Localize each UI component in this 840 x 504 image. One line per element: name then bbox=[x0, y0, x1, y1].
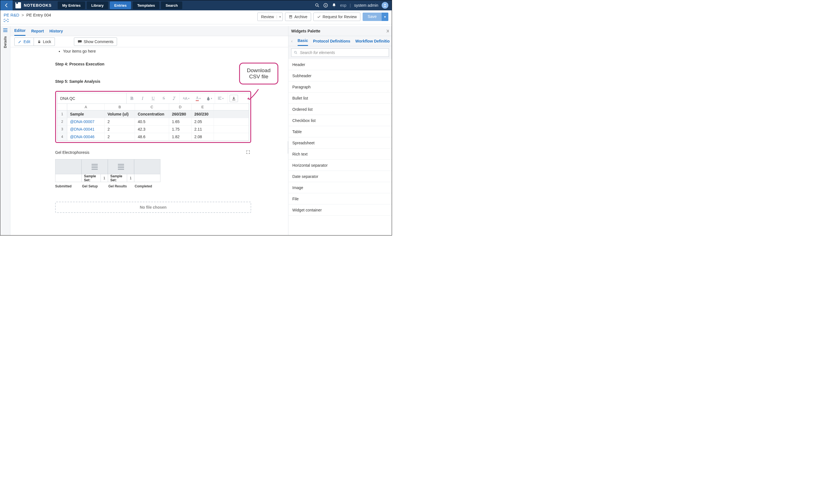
chevron-left-icon bbox=[4, 3, 9, 8]
palette-item-subheader[interactable]: Subheader bbox=[288, 70, 392, 82]
table-row: 2 @DNA-00007 2 40.5 1.65 2.05 bbox=[57, 118, 249, 126]
nav-tab-library[interactable]: Library bbox=[87, 1, 108, 9]
tab-editor[interactable]: Editor bbox=[14, 26, 25, 36]
hamburger-icon[interactable] bbox=[3, 26, 8, 34]
palette-item-date-separator[interactable]: Date separator bbox=[288, 171, 392, 182]
palette-title: Widgets Palette bbox=[291, 29, 320, 33]
clear-format-button[interactable] bbox=[169, 93, 180, 104]
help-icon[interactable]: ? bbox=[323, 3, 328, 8]
review-button[interactable]: Review ▼ bbox=[257, 13, 283, 21]
permalink-icon[interactable] bbox=[4, 18, 51, 22]
chevron-down-icon[interactable]: ▼ bbox=[382, 13, 388, 21]
palette-item-bullet-list[interactable]: Bullet list bbox=[288, 93, 392, 104]
palette-item-spreadsheet[interactable]: Spreadsheet bbox=[288, 137, 392, 148]
palette-tab-workflow[interactable]: Workflow Definitio bbox=[355, 37, 390, 46]
step-4-header: Step 4: Process Execution bbox=[55, 62, 251, 66]
app-brand: NOTEBOOKS bbox=[13, 0, 55, 10]
phase-label: Completed bbox=[135, 184, 161, 188]
details-rail-label[interactable]: Details bbox=[3, 36, 7, 48]
table-row: 4 @DNA-00046 2 48.6 1.82 2.08 bbox=[57, 133, 249, 141]
download-icon bbox=[232, 96, 236, 101]
gel-phase-completed[interactable] bbox=[134, 159, 160, 174]
breadcrumb-root[interactable]: PE R&D bbox=[4, 13, 19, 17]
gel-workflow: Sample Set: 1 Sample Set: 1 Submitted Ge… bbox=[55, 159, 251, 188]
svg-point-3 bbox=[384, 4, 386, 5]
spreadsheet-widget: DNA QC B I U S AA▾ A▾ ▾ bbox=[57, 93, 249, 141]
lock-icon bbox=[37, 40, 41, 43]
search-icon[interactable] bbox=[315, 3, 320, 8]
text-color-button[interactable]: A▾ bbox=[193, 93, 204, 104]
align-button[interactable]: ▾ bbox=[215, 93, 226, 104]
archive-icon bbox=[289, 15, 293, 19]
user-full[interactable]: system admin bbox=[354, 3, 378, 7]
bullet-item[interactable]: Your items go here bbox=[63, 49, 251, 53]
back-button[interactable] bbox=[0, 0, 13, 10]
column-letters: A B C D E bbox=[57, 104, 249, 110]
svg-rect-5 bbox=[290, 16, 292, 18]
palette-item-header[interactable]: Header bbox=[288, 59, 392, 70]
nav-tab-entries[interactable]: Entries bbox=[110, 1, 131, 9]
svg-text:?: ? bbox=[325, 4, 326, 7]
nav-tab-search[interactable]: Search bbox=[161, 1, 182, 9]
format-toolbar: B I U S AA▾ A▾ ▾ ▾ bbox=[126, 93, 238, 104]
breadcrumb-leaf: PE Entry 004 bbox=[26, 13, 51, 17]
pencil-icon bbox=[18, 40, 22, 43]
bell-icon[interactable] bbox=[331, 3, 337, 8]
nav-tab-my-entries[interactable]: My Entries bbox=[58, 1, 85, 9]
archive-button[interactable]: Archive bbox=[285, 13, 311, 21]
show-comments-button[interactable]: Show Comments bbox=[74, 37, 117, 46]
download-csv-button[interactable] bbox=[229, 95, 238, 102]
underline-button[interactable]: U bbox=[148, 93, 158, 104]
lock-button[interactable]: Lock bbox=[34, 37, 55, 46]
breadcrumb: PE R&D > PE Entry 004 bbox=[4, 13, 51, 17]
svg-point-15 bbox=[294, 51, 296, 53]
request-review-button[interactable]: Request for Review bbox=[313, 13, 360, 21]
palette-item-ordered-list[interactable]: Ordered list bbox=[288, 104, 392, 115]
svg-rect-7 bbox=[38, 41, 40, 43]
palette-tab-protocol[interactable]: Protocol Definitions bbox=[313, 37, 350, 46]
palette-item-paragraph[interactable]: Paragraph bbox=[288, 82, 392, 93]
table-row: 3 @DNA-00041 2 42.3 1.75 2.11 bbox=[57, 126, 249, 133]
nav-tab-templates[interactable]: Templates bbox=[133, 1, 159, 9]
header-row: 1 Sample Volume (ul) Concentration 260/2… bbox=[57, 110, 249, 118]
palette-item-rich-text[interactable]: Rich text bbox=[288, 148, 392, 160]
palette-item-checkbox-list[interactable]: Checkbox list bbox=[288, 115, 392, 126]
save-button[interactable]: Save ▼ bbox=[363, 13, 388, 21]
tab-history[interactable]: History bbox=[50, 26, 63, 36]
widgets-palette: Widgets Palette ‹ Basic Protocol Definit… bbox=[288, 26, 392, 235]
edit-button[interactable]: Edit bbox=[14, 37, 34, 46]
svg-rect-6 bbox=[290, 17, 291, 17]
left-rail: Details bbox=[0, 26, 10, 235]
palette-item-image[interactable]: Image bbox=[288, 182, 392, 193]
font-size-button[interactable]: AA▾ bbox=[180, 93, 193, 104]
palette-item-horizontal-separator[interactable]: Horizontal separator bbox=[288, 160, 392, 171]
editor-tabs: Editor Report History bbox=[10, 26, 288, 36]
palette-tab-basic[interactable]: Basic bbox=[298, 36, 308, 46]
highlight-annotation: Download CSV file DNA QC B I U S bbox=[55, 91, 251, 143]
collapse-palette-icon[interactable] bbox=[384, 29, 389, 33]
palette-item-table[interactable]: Table bbox=[288, 126, 392, 137]
gel-phase-results[interactable] bbox=[108, 159, 134, 174]
gel-phase-submitted[interactable] bbox=[55, 159, 82, 174]
palette-item-file[interactable]: File bbox=[288, 193, 392, 204]
fill-color-button[interactable]: ▾ bbox=[204, 93, 215, 104]
editor-canvas: Your items go here Step 4: Process Execu… bbox=[10, 47, 288, 235]
italic-button[interactable]: I bbox=[137, 93, 148, 104]
gel-phase-setup[interactable] bbox=[82, 159, 108, 174]
palette-search-input[interactable]: Search for elements bbox=[291, 48, 389, 57]
notebook-icon bbox=[15, 2, 21, 8]
phase-label: Gel Results bbox=[108, 184, 135, 188]
spreadsheet-title[interactable]: DNA QC bbox=[57, 96, 126, 101]
scroll-left-icon[interactable]: ‹ bbox=[291, 39, 293, 43]
bold-button[interactable]: B bbox=[126, 93, 137, 104]
maximize-icon[interactable] bbox=[246, 150, 250, 154]
strike-button[interactable]: S bbox=[158, 93, 169, 104]
palette-item-widget-container[interactable]: Widget container bbox=[288, 204, 392, 216]
brand-label: NOTEBOOKS bbox=[24, 3, 52, 7]
avatar[interactable] bbox=[382, 2, 388, 9]
file-dropzone[interactable]: No file chosen bbox=[55, 202, 251, 213]
chevron-down-icon: ▼ bbox=[277, 15, 281, 18]
svg-rect-4 bbox=[289, 15, 292, 16]
tab-report[interactable]: Report bbox=[31, 26, 44, 36]
gel-title: Gel Electrophoresis bbox=[55, 150, 251, 155]
